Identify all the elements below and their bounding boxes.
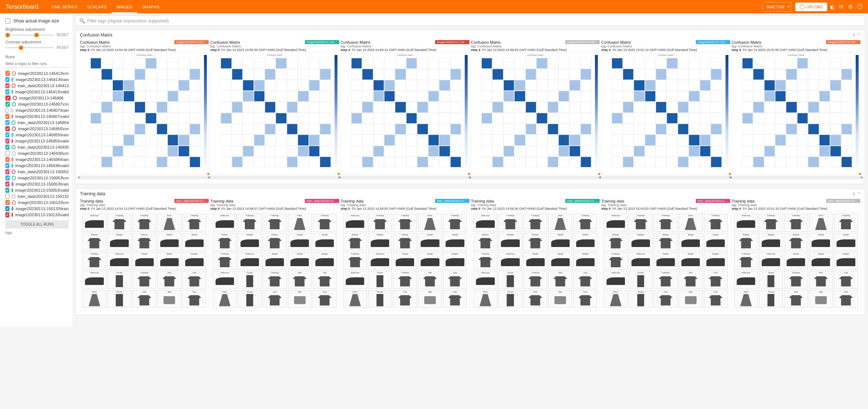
run-item[interactable]: image\20230113-150133\train xyxy=(5,206,69,211)
run-item[interactable]: train_data\20230113-145935 xyxy=(5,145,69,150)
run-checkbox[interactable] xyxy=(5,200,10,205)
image-card[interactable]: image\20230113-145807\cm Confusion Matri… xyxy=(210,40,339,179)
run-item[interactable]: image\20230113-150133\validation xyxy=(5,212,69,217)
tab-graphs[interactable]: GRAPHS xyxy=(137,1,164,13)
run-item[interactable]: image\20230113-145807\cm xyxy=(5,102,69,107)
run-radio[interactable] xyxy=(12,90,13,94)
run-radio[interactable] xyxy=(12,213,13,217)
run-radio[interactable] xyxy=(12,120,15,125)
run-radio[interactable] xyxy=(12,182,13,186)
run-radio[interactable] xyxy=(12,194,15,199)
run-checkbox[interactable] xyxy=(5,108,8,113)
image-card[interactable]: image\20230113-145855\cm Confusion Matri… xyxy=(341,40,469,179)
image-card[interactable]: train_data\20230113-145935 Training data… xyxy=(471,199,600,310)
run-radio[interactable] xyxy=(12,188,13,192)
run-checkbox[interactable] xyxy=(5,89,9,94)
run-radio[interactable] xyxy=(12,176,16,180)
step-slider[interactable] xyxy=(601,176,730,179)
run-item[interactable]: image\20230113-145855\train xyxy=(5,132,69,137)
run-item[interactable]: image\20230113-145807\train xyxy=(5,108,69,113)
run-radio[interactable] xyxy=(12,114,13,119)
run-checkbox[interactable] xyxy=(5,194,9,199)
run-checkbox[interactable] xyxy=(5,102,10,107)
settings-icon[interactable]: ⚙ xyxy=(848,4,853,10)
run-checkbox[interactable] xyxy=(5,151,10,156)
run-checkbox[interactable] xyxy=(5,212,9,217)
tab-scalars[interactable]: SCALARS xyxy=(82,1,111,13)
image-card[interactable]: train_data\20230113-150132 Training data… xyxy=(732,199,860,310)
run-radio[interactable] xyxy=(12,102,16,106)
run-checkbox[interactable] xyxy=(5,163,9,168)
run-item[interactable]: image\20230113-145936\cm xyxy=(5,151,69,156)
run-radio[interactable] xyxy=(12,127,16,131)
run-radio[interactable] xyxy=(13,96,17,100)
step-slider[interactable] xyxy=(732,176,860,179)
run-item[interactable]: image\20230113-145855\validation xyxy=(5,139,69,144)
run-radio[interactable] xyxy=(12,163,13,168)
run-radio[interactable] xyxy=(12,206,13,211)
image-card[interactable]: train_data\20230113-145854 Training data… xyxy=(341,199,469,310)
run-radio[interactable] xyxy=(12,84,15,88)
run-radio[interactable] xyxy=(12,151,16,155)
run-item[interactable]: image\20230113-150053\train xyxy=(5,182,69,187)
run-item[interactable]: image\20230113-145855\cm xyxy=(5,126,69,131)
run-item[interactable]: image\20230113-145413\cm xyxy=(5,71,69,76)
run-checkbox[interactable] xyxy=(5,95,10,101)
run-item[interactable]: train_data\20230113-145854 xyxy=(5,120,69,125)
image-card[interactable]: image\20230113-150133\cm Confusion Matri… xyxy=(732,40,860,179)
run-item[interactable]: image\20230113-150053\cm xyxy=(5,175,69,180)
step-slider[interactable] xyxy=(341,176,469,179)
upload-button[interactable]: UPLOAD xyxy=(795,3,827,11)
run-item[interactable]: train_data\20230113-145413 xyxy=(5,83,69,88)
step-slider[interactable] xyxy=(80,176,209,179)
refresh-icon[interactable]: ⟳ xyxy=(839,4,844,10)
run-checkbox[interactable] xyxy=(5,206,9,211)
run-radio[interactable] xyxy=(12,139,13,143)
run-radio[interactable] xyxy=(12,133,13,137)
run-checkbox[interactable] xyxy=(5,145,9,150)
run-radio[interactable] xyxy=(12,170,15,174)
run-item[interactable]: image\20230113-145413\validation xyxy=(5,89,69,94)
image-card[interactable]: train_data\20230113-145413 Training data… xyxy=(80,199,209,310)
brightness-slider[interactable] xyxy=(5,35,54,35)
show-actual-size-option[interactable]: Show actual image size xyxy=(5,18,69,24)
run-checkbox[interactable] xyxy=(5,114,9,119)
run-radio[interactable] xyxy=(12,77,13,82)
tab-time-series[interactable]: TIME SERIES xyxy=(46,1,82,13)
brightness-reset[interactable]: RESET xyxy=(57,33,69,37)
collapse-icon[interactable]: ⌃ xyxy=(857,192,860,196)
run-checkbox[interactable] xyxy=(5,77,9,82)
theme-toggle-icon[interactable]: ◐ xyxy=(830,4,835,10)
run-checkbox[interactable] xyxy=(5,132,9,137)
run-checkbox[interactable] xyxy=(5,83,9,88)
run-item[interactable]: image\20230113-145806 xyxy=(5,95,69,101)
run-checkbox[interactable] xyxy=(5,169,9,174)
contrast-slider[interactable] xyxy=(5,47,54,48)
run-item[interactable]: image\20230113-145413\train xyxy=(5,77,69,82)
image-card[interactable]: image\20230113-150053\cm Confusion Matri… xyxy=(601,40,730,179)
help-icon[interactable]: ? xyxy=(857,4,863,9)
image-card[interactable]: image\20230113-145936\cm Confusion Matri… xyxy=(471,40,600,179)
run-checkbox[interactable] xyxy=(5,188,9,193)
run-item[interactable]: image\20230113-150133\cm xyxy=(5,200,69,205)
run-checkbox[interactable] xyxy=(5,120,9,125)
image-card[interactable]: train_data\20230113-145806 Training data… xyxy=(210,199,339,310)
tab-images[interactable]: IMAGES xyxy=(111,1,137,13)
run-radio[interactable] xyxy=(12,157,13,162)
run-item[interactable]: train_data\20230113-150052 xyxy=(5,169,69,174)
run-item[interactable]: image\20230113-145936\validation xyxy=(5,163,69,168)
contrast-reset[interactable]: RESET xyxy=(57,46,69,50)
run-item[interactable]: train_data\20230113-150132 xyxy=(5,194,69,199)
run-checkbox[interactable] xyxy=(5,71,10,76)
run-checkbox[interactable] xyxy=(5,182,9,187)
run-radio[interactable] xyxy=(12,71,16,76)
run-radio[interactable] xyxy=(10,108,13,112)
reload-status-selector[interactable]: INACTIVE xyxy=(762,2,792,12)
run-radio[interactable] xyxy=(12,200,16,205)
run-checkbox[interactable] xyxy=(5,139,9,144)
image-card[interactable]: image\20230113-145413\cm Confusion Matri… xyxy=(80,40,209,179)
run-radio[interactable] xyxy=(12,145,15,149)
collapse-icon[interactable]: ⌃ xyxy=(857,33,860,38)
run-checkbox[interactable] xyxy=(5,126,10,131)
tag-filter-bar[interactable]: 🔍 Filter tags (regular expressions suppo… xyxy=(75,16,865,26)
